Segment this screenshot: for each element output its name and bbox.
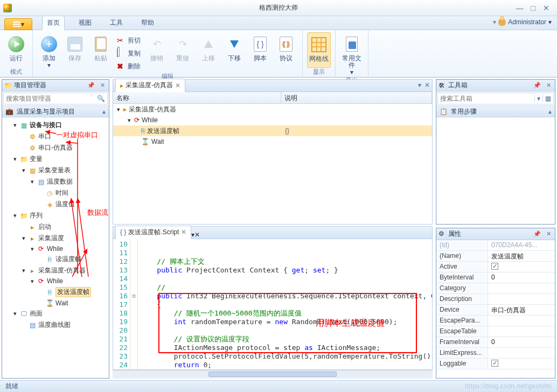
scissors-icon: ✂ (117, 36, 126, 45)
script-button[interactable]: { } 脚本 (248, 32, 272, 72)
commonfile-button[interactable]: 常用文件▾ (340, 32, 364, 76)
search-icon: 🔍 (95, 95, 107, 102)
close-button[interactable]: ✕ (543, 4, 549, 12)
delete-icon: ✖ (117, 62, 126, 71)
sequence-tabs: ▸ 采集温度-仿真器 ✕ ▾✕ (113, 79, 433, 92)
tab-close[interactable]: ✕ (175, 82, 180, 89)
svg-rect-2 (13, 26, 20, 27)
save-icon (67, 37, 82, 52)
admin-menu[interactable]: ▾ Administrator ▾ (493, 18, 552, 26)
status-text: 就绪 (5, 382, 18, 391)
script-tabs: { } 发送温度帧.Script ✕ ▾✕ (113, 226, 433, 239)
prop-row[interactable]: LimitExpress... (436, 348, 555, 359)
watermark: https://blog.csdn.net/geshifei (465, 382, 552, 390)
delete-button[interactable]: ✖删除 (115, 60, 143, 72)
tabs-close[interactable]: ✕ (424, 81, 430, 89)
svg-rect-1 (13, 24, 20, 25)
props-title: 属性 (448, 229, 530, 239)
svg-rect-0 (13, 22, 20, 23)
paste-icon (95, 37, 107, 52)
code-body[interactable]: // 脚本上下文 public ProjectContext Context {… (138, 239, 432, 369)
prop-row[interactable]: ByteInterval0 (436, 272, 555, 283)
props-icon: ⚙ (438, 230, 446, 237)
undo-button[interactable]: ↶ 撤销 (145, 32, 169, 72)
protocol-button[interactable]: ⟪⟫ 协议 (274, 32, 298, 72)
briefcase-icon: 💼 (5, 108, 13, 115)
annotation-box (158, 293, 417, 353)
fold-gutter[interactable]: ⊟ (130, 239, 138, 369)
script-icon: { } (254, 37, 267, 52)
tabs-dropdown[interactable]: ▾ (418, 81, 421, 89)
prop-row[interactable]: FrameInterval0 (436, 337, 555, 348)
toolbox-view[interactable]: ▦ (542, 95, 553, 102)
toolbox-section[interactable]: 📋 常用步骤 ▴ (436, 106, 555, 117)
checkbox-icon[interactable] (491, 360, 498, 367)
prop-row[interactable]: Loggable (436, 359, 555, 369)
prop-row[interactable]: Device串口-仿真器 (436, 305, 555, 316)
project-panel-header: 📁 项目管理器 📌 ✕ (2, 80, 109, 92)
panel-close[interactable]: ✕ (99, 82, 107, 89)
code-editor[interactable]: 101112131415161718192021222324 ⊟ // 脚本上下… (113, 239, 433, 370)
project-section[interactable]: 💼 温度采集与显示项目 ▴ (2, 106, 109, 117)
sequence-tab[interactable]: ▸ 采集温度-仿真器 ✕ (115, 79, 185, 92)
project-tree[interactable]: ▾▦设备与接口 ⚙串口 ⚙串口-仿真器 ▾📁变量 ▾▦采集变量表 ▾▤温度数据 … (2, 117, 109, 378)
prop-row[interactable]: Active (436, 262, 555, 272)
code-gutter: 101112131415161718192021222324 (113, 239, 130, 369)
redo-button[interactable]: ↷ 重做 (171, 32, 194, 72)
tree-selected[interactable]: 发送温度帧 (55, 287, 91, 297)
project-search[interactable]: 🔍 (3, 93, 108, 104)
cut-button[interactable]: ✂剪切 (115, 34, 143, 46)
group-show-label: 显示 (307, 68, 331, 76)
maximize-button[interactable]: □ (531, 4, 535, 12)
arrow-down-icon (230, 40, 239, 48)
prop-row[interactable]: EscapePara... (436, 316, 555, 326)
minimize-button[interactable]: — (516, 4, 524, 12)
col-desc[interactable]: 说明 (281, 92, 432, 103)
grid-body[interactable]: ▾▸采集温度-仿真器 ▾⟳While ⎘发送温度帧{} ⌛Wait (113, 104, 432, 224)
add-icon: + (41, 36, 57, 52)
app-title: 格西测控大师 (259, 3, 298, 12)
h-scrollbar[interactable] (113, 370, 433, 379)
toolbox-search-input[interactable] (438, 95, 534, 102)
admin-label: Administrator (508, 18, 546, 26)
play-icon (8, 36, 24, 52)
add-button[interactable]: + 添加▾ (37, 32, 61, 72)
file-menu-button[interactable]: ▾ (4, 18, 32, 30)
checkbox-icon[interactable] (491, 263, 498, 270)
copy-button[interactable]: 复制 (115, 47, 143, 59)
prop-row[interactable]: (Id)070D2A4A-45... (436, 240, 555, 251)
project-search-input[interactable] (4, 95, 95, 102)
toolbox-title: 工具箱 (448, 81, 530, 90)
titlebar: 格西测控大师 — □ ✕ (0, 0, 557, 16)
redo-icon: ↷ (174, 36, 191, 53)
tab-help[interactable]: 帮助 (137, 16, 158, 30)
tab-view[interactable]: 视图 (74, 16, 96, 30)
toolbox-dropdown[interactable]: ▾ (534, 95, 542, 102)
prop-row[interactable]: (Name)发送温度帧 (436, 251, 555, 262)
grid-selected-row[interactable]: ⎘发送温度帧{} (113, 125, 432, 136)
workspace: 📁 项目管理器 📌 ✕ 🔍 💼 温度采集与显示项目 ▴ ▾▦设备与接口 ⚙串口 (0, 78, 557, 380)
prop-row[interactable]: EscapeTable (436, 326, 555, 337)
moveup-button[interactable]: 上移 (197, 32, 220, 72)
grid-header: 名称 说明 (113, 92, 432, 104)
tab-tools[interactable]: 工具 (106, 16, 127, 30)
paste-button[interactable]: 粘贴 (89, 32, 113, 72)
pin-button[interactable]: 📌 (86, 82, 96, 89)
save-button[interactable]: 保存 (63, 32, 87, 72)
movedown-button[interactable]: 下移 (222, 32, 246, 72)
gridlines-button[interactable]: 网格线 (307, 32, 331, 68)
project-section-label: 温度采集与显示项目 (17, 107, 75, 116)
tab-home[interactable]: 首页 (42, 16, 65, 30)
prop-row[interactable]: Category (436, 283, 555, 294)
ribbon-tab-row: ▾ 首页 视图 工具 帮助 ▾ Administrator ▾ (0, 16, 557, 30)
user-icon (498, 18, 506, 26)
steps-icon: 📋 (440, 108, 448, 115)
script-tab-close[interactable]: ✕ (181, 228, 186, 236)
prop-row[interactable]: Description (436, 294, 555, 305)
run-button[interactable]: 运行 (4, 32, 28, 68)
toolbox-search[interactable]: ▾ ▦ (437, 93, 554, 104)
file-icon (346, 37, 358, 52)
script-tab[interactable]: { } 发送温度帧.Script ✕ (115, 226, 191, 239)
col-name[interactable]: 名称 (113, 92, 281, 103)
property-grid[interactable]: (Id)070D2A4A-45...(Name)发送温度帧ActiveByteI… (436, 240, 555, 378)
